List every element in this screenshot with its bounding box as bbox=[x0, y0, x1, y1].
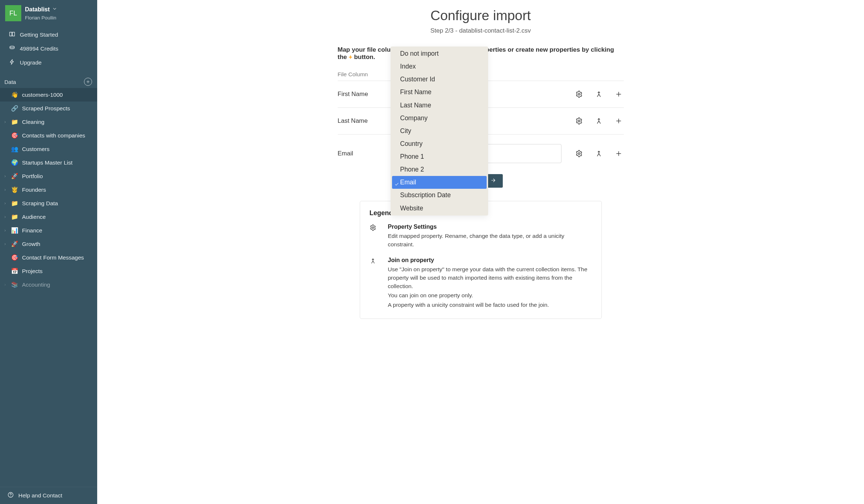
dropdown-option-label: Subscription Date bbox=[400, 190, 451, 200]
nav-upgrade[interactable]: Upgrade bbox=[1, 56, 96, 70]
sidebar-item-label: Accounting bbox=[22, 282, 50, 288]
dropdown-option-label: First Name bbox=[400, 87, 432, 97]
sidebar-item[interactable]: 📁Cleaning bbox=[0, 115, 97, 129]
join-button[interactable] bbox=[595, 117, 603, 125]
check-icon bbox=[394, 180, 399, 185]
svg-point-2 bbox=[578, 93, 580, 95]
add-property-button[interactable] bbox=[615, 91, 622, 98]
workspace-header[interactable]: FL Datablist Florian Poullin bbox=[0, 0, 97, 21]
sidebar-item[interactable]: 📊Finance bbox=[0, 224, 97, 237]
dropdown-option-label: Email bbox=[400, 177, 416, 187]
item-emoji-icon: 🚀 bbox=[11, 173, 18, 180]
gear-icon bbox=[370, 224, 378, 249]
dropdown-option-label: Company bbox=[400, 113, 428, 123]
sidebar-item[interactable]: 📁Audience bbox=[0, 210, 97, 224]
settings-button[interactable] bbox=[575, 150, 583, 157]
dropdown-option[interactable]: Subscription Date bbox=[392, 189, 487, 202]
sidebar-item[interactable]: 📚Accounting bbox=[0, 278, 97, 291]
item-emoji-icon: 📅 bbox=[11, 268, 18, 275]
chevron-right-icon bbox=[3, 174, 7, 179]
nav-label: Help and Contact bbox=[18, 492, 62, 499]
nav-help[interactable]: Help and Contact bbox=[0, 489, 97, 503]
sidebar-item[interactable]: 🎯Contact Form Messages bbox=[0, 251, 97, 264]
nav-credits[interactable]: 498994 Credits bbox=[1, 42, 96, 56]
main-content: Configure import Step 2/3 - datablist-co… bbox=[97, 0, 864, 504]
property-dropdown[interactable]: Do not importIndexCustomer IdFirst NameL… bbox=[391, 47, 488, 216]
sidebar-item-label: Projects bbox=[22, 268, 43, 275]
arrow-right-icon bbox=[490, 177, 496, 184]
dropdown-option-label: Do not import bbox=[400, 49, 439, 59]
item-emoji-icon: 🚀 bbox=[11, 240, 18, 247]
add-collection-button[interactable] bbox=[84, 78, 92, 86]
svg-point-5 bbox=[372, 227, 374, 229]
help-icon bbox=[7, 492, 14, 500]
dropdown-option[interactable]: Phone 1 bbox=[392, 150, 487, 163]
dropdown-option[interactable]: Index bbox=[392, 60, 487, 73]
svg-point-3 bbox=[578, 120, 580, 122]
chevron-right-icon bbox=[3, 120, 7, 124]
sidebar-item-label: Scraping Data bbox=[22, 200, 58, 207]
join-button[interactable] bbox=[595, 150, 603, 157]
sidebar-item[interactable]: 🔗Scraped Prospects bbox=[0, 102, 97, 115]
dropdown-option[interactable]: Company bbox=[392, 112, 487, 125]
dropdown-option[interactable]: Website bbox=[392, 202, 487, 215]
sidebar-item[interactable]: 👥Customers bbox=[0, 142, 97, 156]
dropdown-option[interactable]: First Name bbox=[392, 86, 487, 99]
chevron-right-icon bbox=[3, 228, 7, 233]
dropdown-option[interactable]: Last Name bbox=[392, 99, 487, 112]
sidebar-item[interactable]: 🚀Growth bbox=[0, 237, 97, 251]
sidebar-item-label: Founders bbox=[22, 187, 46, 193]
chevron-right-icon bbox=[3, 215, 7, 219]
dropdown-option[interactable]: Do not import bbox=[392, 47, 487, 60]
nav-getting-started[interactable]: Getting Started bbox=[1, 28, 96, 42]
sidebar-item-label: Portfolio bbox=[22, 173, 43, 180]
item-emoji-icon: 🤴 bbox=[11, 186, 18, 193]
settings-button[interactable] bbox=[575, 91, 583, 98]
sidebar-item-label: Growth bbox=[22, 241, 40, 247]
dropdown-option[interactable]: City bbox=[392, 125, 487, 137]
collections-tree: 👋customers-1000🔗Scraped Prospects📁Cleani… bbox=[0, 88, 97, 487]
item-emoji-icon: 🎯 bbox=[11, 254, 18, 261]
add-property-button[interactable] bbox=[615, 150, 622, 157]
join-button[interactable] bbox=[595, 91, 603, 98]
page-title: Configure import bbox=[119, 8, 842, 23]
legend-join-desc-1: Use "Join on property" to merge your dat… bbox=[388, 265, 592, 291]
avatar: FL bbox=[5, 5, 21, 21]
section-label: Data bbox=[4, 79, 16, 85]
svg-point-0 bbox=[10, 46, 14, 48]
svg-point-4 bbox=[578, 153, 580, 155]
sidebar-item[interactable]: 👋customers-1000 bbox=[0, 88, 97, 102]
dropdown-option[interactable]: Customer Id bbox=[392, 73, 487, 86]
nav-label: Upgrade bbox=[20, 59, 41, 66]
sidebar-item[interactable]: 🤴Founders bbox=[0, 183, 97, 196]
user-name: Florian Poullin bbox=[25, 15, 57, 21]
dropdown-option[interactable]: Country bbox=[392, 137, 487, 150]
legend-join-desc-2: You can join on one property only. bbox=[388, 291, 592, 299]
sidebar-item[interactable]: 🎯Contacts with companies bbox=[0, 129, 97, 142]
item-emoji-icon: 📁 bbox=[11, 213, 18, 220]
data-section-header: Data bbox=[0, 73, 97, 88]
legend-join-desc-3: A property with a unicity constraint wil… bbox=[388, 301, 592, 309]
sidebar-item-label: Contact Form Messages bbox=[22, 254, 84, 261]
settings-button[interactable] bbox=[575, 117, 583, 125]
sidebar-item-label: Finance bbox=[22, 227, 42, 234]
dropdown-option[interactable]: Phone 2 bbox=[392, 163, 487, 176]
nav-label: 498994 Credits bbox=[20, 45, 58, 52]
dropdown-option-label: Phone 1 bbox=[400, 152, 424, 162]
item-emoji-icon: 🌍 bbox=[11, 159, 18, 166]
sidebar-item-label: Customers bbox=[22, 146, 50, 152]
sidebar-item[interactable]: 🌍Startups Master List bbox=[0, 156, 97, 169]
dropdown-option-label: Customer Id bbox=[400, 74, 435, 84]
sidebar-item[interactable]: 🚀Portfolio bbox=[0, 169, 97, 183]
add-property-button[interactable] bbox=[615, 117, 622, 125]
sidebar-item-label: Contacts with companies bbox=[22, 132, 85, 139]
dropdown-option-label: City bbox=[400, 126, 411, 136]
sidebar-item-label: Scraped Prospects bbox=[22, 105, 70, 112]
sidebar-item[interactable]: 📅Projects bbox=[0, 264, 97, 278]
dropdown-option[interactable]: Email bbox=[392, 176, 487, 189]
plus-inline-icon: + bbox=[349, 54, 352, 60]
sidebar-item[interactable]: 📁Scraping Data bbox=[0, 196, 97, 210]
item-emoji-icon: 🔗 bbox=[11, 105, 18, 112]
item-emoji-icon: 📊 bbox=[11, 227, 18, 234]
book-icon bbox=[9, 31, 15, 39]
